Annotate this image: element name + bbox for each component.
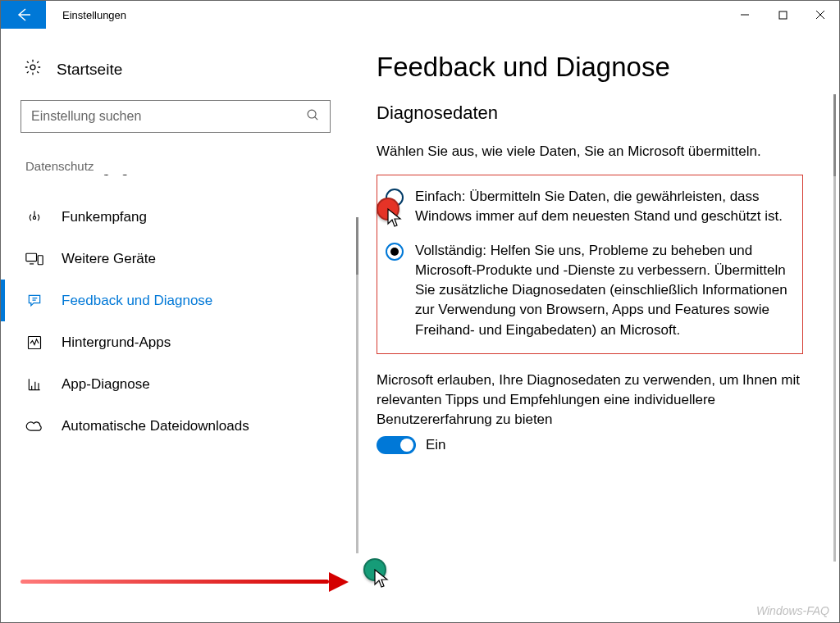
radio-icon[interactable] <box>386 243 404 261</box>
activity-icon <box>25 334 43 351</box>
message-icon <box>25 175 43 177</box>
window-title: Einstellungen <box>46 1 143 29</box>
main-content: Feedback und Diagnose Diagnosedaten Wähl… <box>362 29 839 622</box>
sidebar-item-auto-downloads[interactable]: Automatische Dateidownloads <box>21 405 362 447</box>
search-input[interactable]: Einstellung suchen <box>21 100 331 133</box>
cloud-icon <box>25 419 43 434</box>
section-lead: Wählen Sie aus, wie viele Daten, Sie an … <box>377 142 795 161</box>
sidebar-scrollbar[interactable] <box>356 217 358 553</box>
svg-point-1 <box>30 65 35 70</box>
svg-point-4 <box>33 216 35 219</box>
close-button[interactable] <box>801 1 839 29</box>
sidebar-item-messaging[interactable]: Messaging <box>21 175 362 196</box>
sidebar-item-funkempfang[interactable]: Funkempfang <box>21 196 362 238</box>
chart-icon <box>25 376 43 393</box>
sidebar-item-label: Hintergrund-Apps <box>62 334 171 351</box>
section-title: Diagnosedaten <box>377 102 806 124</box>
sidebar-item-label: Automatische Dateidownloads <box>62 418 249 434</box>
watermark: Windows-FAQ <box>756 604 829 617</box>
option-label: Einfach: Übermitteln Sie Daten, die gewä… <box>415 187 791 226</box>
titlebar: Einstellungen <box>1 1 839 29</box>
main-scrollbar[interactable] <box>833 94 836 562</box>
sidebar-item-label: Weitere Geräte <box>62 251 156 267</box>
gear-icon <box>24 58 42 80</box>
page-title: Feedback und Diagnose <box>377 52 806 83</box>
sidebar-nav: Messaging Funkempfang Weitere Geräte <box>21 175 362 447</box>
diagnostic-options-group: Einfach: Übermitteln Sie Daten, die gewä… <box>377 175 803 354</box>
search-placeholder: Einstellung suchen <box>31 109 306 124</box>
sidebar-item-weitere-geraete[interactable]: Weitere Geräte <box>21 238 362 280</box>
annotation-arrow <box>21 576 349 586</box>
sidebar: Startseite Einstellung suchen Datenschut… <box>1 29 362 622</box>
minimize-button[interactable] <box>726 1 764 29</box>
settings-window: Einstellungen Startseite Einstellung suc… <box>0 0 840 623</box>
option-basic[interactable]: Einfach: Übermitteln Sie Daten, die gewä… <box>386 187 791 226</box>
cursor-icon <box>386 207 403 229</box>
section-heading: Datenschutz <box>25 159 362 173</box>
sidebar-item-label: Funkempfang <box>62 209 147 225</box>
toggle-label: Ein <box>426 437 446 453</box>
radio-icon <box>25 209 43 225</box>
svg-rect-7 <box>29 336 41 348</box>
sidebar-item-hintergrund-apps[interactable]: Hintergrund-Apps <box>21 321 362 363</box>
cursor-icon <box>373 568 390 589</box>
home-link[interactable]: Startseite <box>24 58 362 80</box>
sidebar-item-label: Feedback und Diagnose <box>62 293 212 309</box>
back-button[interactable] <box>1 1 46 29</box>
search-icon <box>306 108 320 125</box>
sidebar-item-label: App-Diagnose <box>62 376 150 393</box>
svg-rect-5 <box>26 253 37 261</box>
allow-text: Microsoft erlauben, Ihre Diagnosedaten z… <box>377 371 803 430</box>
option-label: Vollständig: Helfen Sie uns, Probleme zu… <box>415 241 791 340</box>
home-label: Startseite <box>57 61 122 79</box>
svg-rect-0 <box>779 11 787 19</box>
feedback-icon <box>25 293 43 309</box>
sidebar-item-feedback[interactable]: Feedback und Diagnose <box>21 280 362 321</box>
option-full[interactable]: Vollständig: Helfen Sie uns, Probleme zu… <box>386 241 791 340</box>
svg-rect-6 <box>38 255 43 264</box>
maximize-button[interactable] <box>764 1 801 29</box>
tailored-experiences-toggle[interactable] <box>377 436 416 454</box>
devices-icon <box>25 251 43 267</box>
sidebar-item-label: Messaging <box>62 175 129 177</box>
svg-point-2 <box>308 110 316 118</box>
sidebar-item-app-diagnose[interactable]: App-Diagnose <box>21 363 362 405</box>
